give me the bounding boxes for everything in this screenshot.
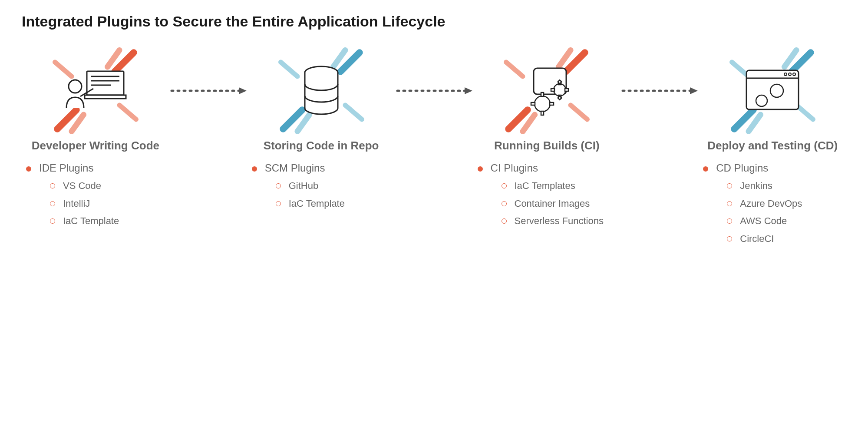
stage-heading: Running Builds (CI) [473,139,621,153]
bullet-dot-icon [478,166,483,172]
bullet-dot-icon [26,166,31,172]
bullet-ring-icon [727,236,732,241]
svg-rect-37 [558,96,561,99]
svg-marker-23 [465,87,472,94]
list-item: IaC Templates [473,179,621,193]
bullet-ring-icon [276,201,281,206]
developer-icon [63,67,128,115]
svg-rect-41 [531,102,535,105]
plugin-label: CI Plugins [491,162,538,174]
item-label: CircleCI [740,232,774,246]
flow-arrow [169,43,248,139]
svg-rect-34 [551,89,554,91]
item-label: Jenkins [740,179,772,193]
svg-line-19 [345,105,362,119]
list-item: GitHub [248,179,395,193]
stage-heading: Storing Code in Repo [248,139,395,153]
stage-heading: Developer Writing Code [22,139,169,153]
list-item: IntelliJ [22,197,169,211]
item-label: Azure DevOps [740,197,802,211]
svg-marker-14 [239,87,247,94]
bullet-ring-icon [727,183,732,188]
svg-point-11 [69,80,82,93]
list-item: CircleCI [699,232,846,246]
svg-rect-6 [87,71,124,95]
bullet-ring-icon [276,183,281,188]
svg-rect-42 [550,102,554,105]
svg-rect-40 [541,111,544,115]
stage-developer: Developer Writing Code IDE Plugins VS Co… [22,43,169,232]
list-item: IaC Template [248,197,395,211]
stage-cd: Deploy and Testing (CD) CD Plugins Jenki… [699,43,846,250]
svg-point-31 [554,84,566,96]
svg-point-38 [535,96,550,112]
bullet-ring-icon [727,201,732,206]
plugin-category: CD Plugins [699,162,846,174]
list-item: AWS Code [699,215,846,228]
list-item: IaC Template [22,215,169,228]
plugin-label: CD Plugins [716,162,768,174]
lifecycle-flow: Developer Writing Code IDE Plugins VS Co… [22,43,846,250]
list-item: Jenkins [699,179,846,193]
bullet-ring-icon [727,218,732,224]
svg-point-57 [756,95,767,106]
diagram-title: Integrated Plugins to Secure the Entire … [22,13,846,30]
list-item: Serverless Functions [473,215,621,228]
svg-rect-36 [558,80,561,83]
bullet-ring-icon [50,218,55,224]
item-label: VS Code [63,179,101,193]
plugin-label: IDE Plugins [39,162,93,174]
svg-rect-39 [541,93,544,96]
item-label: Container Images [515,197,590,211]
bullet-dot-icon [252,166,257,172]
list-item: Container Images [473,197,621,211]
item-label: GitHub [289,179,318,193]
svg-rect-35 [565,89,568,91]
plugin-category: SCM Plugins [248,162,395,174]
svg-rect-10 [85,95,126,99]
item-label: Serverless Functions [515,215,604,228]
database-icon [300,65,343,117]
svg-marker-44 [690,87,698,94]
bullet-ring-icon [502,218,507,224]
bullet-ring-icon [502,201,507,206]
list-item: Azure DevOps [699,197,846,211]
item-label: IaC Template [63,215,119,228]
item-label: AWS Code [740,215,787,228]
plugin-category: IDE Plugins [22,162,169,174]
item-label: IaC Templates [515,179,575,193]
build-gears-icon [518,65,575,117]
item-label: IntelliJ [63,197,90,211]
stage-repo: Storing Code in Repo SCM Plugins GitHub … [248,43,395,215]
plugin-category: CI Plugins [473,162,621,174]
flow-arrow [395,43,473,139]
svg-point-56 [770,84,783,97]
bullet-ring-icon [502,183,507,188]
bullet-dot-icon [703,166,708,172]
flow-arrow [620,43,699,139]
plugin-label: SCM Plugins [265,162,325,174]
svg-line-20 [281,62,297,76]
stage-ci: Running Builds (CI) CI Plugins IaC Templ… [473,43,621,232]
deploy-window-icon [742,67,803,115]
item-label: IaC Template [289,197,345,211]
list-item: VS Code [22,179,169,193]
bullet-ring-icon [50,183,55,188]
stage-heading: Deploy and Testing (CD) [699,139,846,153]
bullet-ring-icon [50,201,55,206]
